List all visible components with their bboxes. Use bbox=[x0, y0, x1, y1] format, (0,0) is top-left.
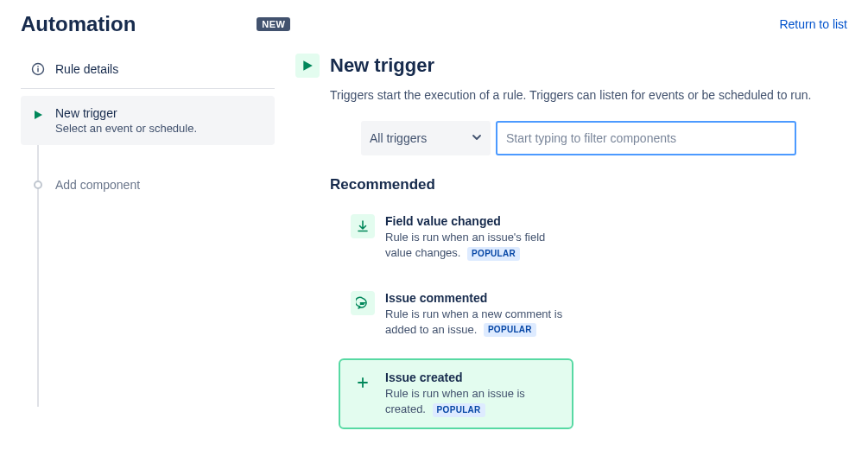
trigger-name: Issue created bbox=[385, 370, 561, 384]
svg-rect-1 bbox=[37, 68, 38, 73]
info-icon bbox=[31, 62, 45, 76]
trigger-desc: Rule is run when a new comment is added … bbox=[385, 307, 565, 338]
divider bbox=[21, 88, 275, 89]
trigger-desc: Rule is run when an issue is created. PO… bbox=[385, 386, 561, 417]
new-badge: NEW bbox=[257, 17, 290, 31]
sidebar-item-label: New trigger bbox=[55, 106, 197, 120]
recommended-heading: Recommended bbox=[330, 176, 813, 193]
chevron-down-icon bbox=[472, 131, 482, 145]
trigger-name: Field value changed bbox=[385, 214, 565, 228]
popular-badge: POPULAR bbox=[433, 403, 485, 417]
sidebar-item-label: Rule details bbox=[55, 62, 118, 76]
dropdown-label: All triggers bbox=[370, 131, 427, 145]
field-change-icon bbox=[351, 214, 375, 238]
trigger-category-dropdown[interactable]: All triggers bbox=[361, 121, 491, 155]
component-filter-input[interactable] bbox=[496, 121, 796, 155]
popular-badge: POPULAR bbox=[484, 323, 536, 337]
panel-description: Triggers start the execution of a rule. … bbox=[330, 86, 813, 104]
comment-icon bbox=[351, 291, 375, 315]
page-title: Automation bbox=[21, 12, 136, 36]
svg-rect-2 bbox=[37, 66, 38, 66]
rule-sidebar: Rule details New trigger Select an event… bbox=[21, 54, 275, 441]
plus-icon bbox=[351, 370, 375, 395]
play-icon bbox=[295, 54, 320, 78]
sidebar-item-rule-details[interactable]: Rule details bbox=[21, 54, 275, 85]
sidebar-item-new-trigger[interactable]: New trigger Select an event or schedule. bbox=[21, 96, 275, 145]
trigger-card-issue-commented[interactable]: Issue commented Rule is run when a new c… bbox=[340, 282, 575, 346]
trigger-card-field-value-changed[interactable]: Field value changed Rule is run when an … bbox=[340, 206, 575, 269]
sidebar-item-label: Add component bbox=[55, 178, 140, 192]
main-panel: New trigger Triggers start the execution… bbox=[295, 54, 847, 441]
popular-badge: POPULAR bbox=[467, 247, 520, 261]
sidebar-item-add-component[interactable]: Add component bbox=[21, 169, 275, 200]
trigger-card-issue-created[interactable]: Issue created Rule is run when an issue … bbox=[339, 358, 573, 429]
empty-step-icon bbox=[31, 178, 45, 192]
panel-title: New trigger bbox=[330, 54, 434, 77]
trigger-name: Issue commented bbox=[385, 291, 565, 305]
sidebar-item-sublabel: Select an event or schedule. bbox=[55, 122, 197, 135]
play-icon bbox=[31, 108, 45, 122]
trigger-desc: Rule is run when an issue's field value … bbox=[385, 230, 565, 261]
return-to-list-link[interactable]: Return to list bbox=[779, 17, 847, 31]
